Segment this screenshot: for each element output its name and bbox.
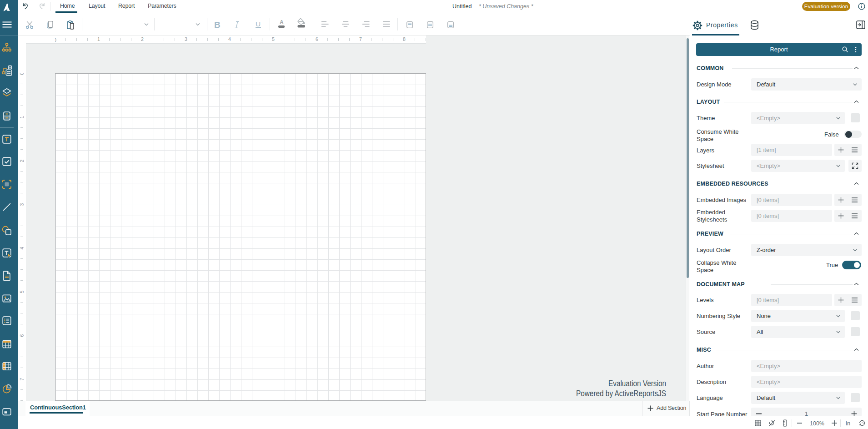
svg-text:Powered by ActiveReportsJS: Powered by ActiveReportsJS	[576, 389, 666, 398]
svg-text:Evaluation Version: Evaluation Version	[608, 379, 666, 388]
